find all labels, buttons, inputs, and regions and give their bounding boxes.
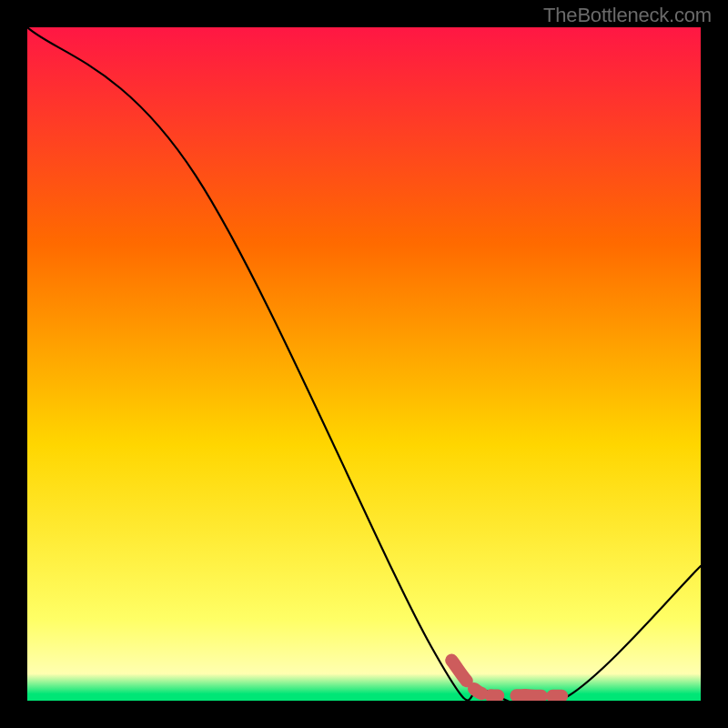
chart-background-gradient: [27, 27, 701, 701]
chart-plot-area: [27, 27, 701, 701]
chart-svg: [27, 27, 701, 701]
attribution-text: TheBottleneck.com: [543, 4, 712, 27]
